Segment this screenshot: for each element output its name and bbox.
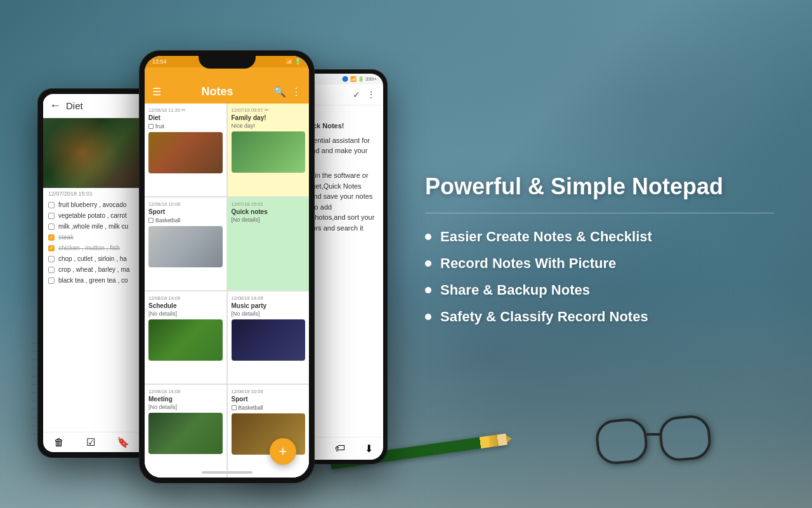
bullet-2 [425, 260, 431, 267]
notes-header: ☰ Notes 🔍 ⋮ [145, 67, 309, 104]
note-cell-music[interactable]: 12/08/18 14:09 Music party [No details] [228, 291, 310, 384]
check-icon[interactable]: ☑ [86, 436, 95, 448]
download-icon[interactable]: ⬇ [365, 443, 373, 455]
checkbox-veg[interactable] [48, 213, 55, 219]
phones-container: ← Diet 12/07/2018 15:01 fruit blueberry … [38, 25, 387, 483]
qnote-status-icons: 🔵 📶 🔋 399+ [342, 76, 377, 82]
main-content: ← Diet 12/07/2018 15:01 fruit blueberry … [0, 0, 812, 508]
note-cell-quicknotes[interactable]: 12/07/18 15:02 Quick notes [No details] [228, 197, 310, 290]
feature-label-2: Record Notes With Picture [440, 255, 616, 272]
note-image-meeting [148, 413, 223, 454]
more-options-icon[interactable]: ⋮ [367, 90, 376, 100]
status-time: 13:54 [152, 58, 167, 65]
phone-notch [199, 51, 256, 69]
trash-icon[interactable]: 🗑 [54, 437, 64, 448]
feature-label-3: Share & Backup Notes [440, 282, 590, 298]
checkbox-crop[interactable] [48, 267, 55, 273]
feature-label-1: Easier Create Notes & Checklist [440, 229, 652, 245]
divider [425, 213, 774, 213]
tag-footer-icon[interactable]: 🏷 [335, 443, 345, 455]
checkbox-steak[interactable] [48, 234, 55, 241]
checkbox-chicken[interactable] [48, 245, 55, 251]
qnote-header-actions: ✓ ⋮ [353, 90, 376, 100]
note-cell-family[interactable]: 12/07/18 09:57 ✏ Family day! Nice day! [228, 104, 310, 196]
search-icon[interactable]: 🔍 [273, 86, 286, 98]
checkbox-chop[interactable] [48, 256, 55, 262]
notes-grid: 12/08/18 11:20 ✏ Diet fruit 12/07/18 09:… [145, 104, 309, 478]
note-image-schedule [148, 319, 223, 361]
note-cell-sport[interactable]: 12/08/18 10:06 Sport Basketball [145, 197, 226, 290]
bullet-4 [425, 314, 431, 320]
note-cell-meeting[interactable]: 12/08/18 14:08 Meeting [No details] [145, 385, 226, 478]
checkbox-tea[interactable] [48, 277, 55, 284]
note-image-family [232, 131, 306, 173]
bullet-3 [425, 287, 431, 293]
feature-item-1: Easier Create Notes & Checklist [425, 229, 774, 245]
status-icons: 📶 🔋 [285, 58, 301, 65]
feature-item-4: Safety & Classify Record Notes [425, 309, 774, 325]
fab-add-button[interactable]: + [270, 438, 296, 465]
note-image-food [148, 132, 223, 173]
right-panel: Powerful & Simple Notepad Easier Create … [387, 173, 774, 335]
bookmark-icon[interactable]: 🔖 [117, 436, 129, 448]
note-cell-schedule[interactable]: 12/08/18 14:09 Schedule [No details] [145, 291, 226, 384]
note-cell-sport2[interactable]: 12/08/18 10:06 Sport Basketball [228, 385, 310, 478]
notes-title: Notes [161, 85, 273, 98]
more-icon[interactable]: ⋮ [291, 86, 301, 98]
diet-title: Diet [66, 100, 83, 111]
bullet-1 [425, 234, 431, 240]
feature-list: Easier Create Notes & Checklist Record N… [425, 229, 774, 325]
checkbox-milk[interactable] [48, 224, 55, 230]
menu-icon[interactable]: ☰ [152, 86, 161, 98]
note-image-music [232, 319, 306, 361]
note-image-sport [148, 226, 223, 267]
checkbox-fruit[interactable] [48, 202, 55, 208]
feature-item-3: Share & Backup Notes [425, 282, 774, 298]
feature-item-2: Record Notes With Picture [425, 255, 774, 272]
checkmark-icon[interactable]: ✓ [353, 90, 360, 100]
main-heading: Powerful & Simple Notepad [425, 173, 774, 200]
feature-label-4: Safety & Classify Record Notes [440, 309, 648, 325]
back-icon[interactable]: ← [49, 99, 61, 112]
phone-middle: 13:54 📶 🔋 ☰ Notes 🔍 ⋮ 12/08/18 [140, 51, 314, 483]
note-cell-diet[interactable]: 12/08/18 11:20 ✏ Diet fruit [145, 104, 226, 196]
phone-middle-screen: 13:54 📶 🔋 ☰ Notes 🔍 ⋮ 12/08/18 [145, 56, 309, 478]
home-indicator [202, 471, 252, 474]
